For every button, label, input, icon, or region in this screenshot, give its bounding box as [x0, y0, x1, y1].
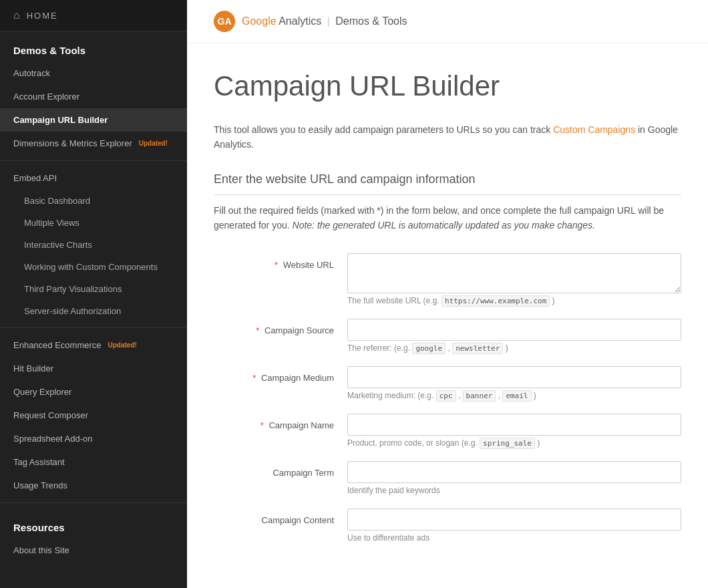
- sidebar-item-basic-dashboard[interactable]: Basic Dashboard: [0, 190, 187, 212]
- hint-code-newsletter: newsletter: [452, 343, 503, 354]
- fill-instructions: Fill out the required fields (marked wit…: [214, 203, 681, 233]
- required-star-website-url: *: [275, 260, 278, 270]
- custom-campaigns-link[interactable]: Custom Campaigns: [553, 124, 635, 135]
- ga-logo-icon: GA: [214, 11, 235, 32]
- field-group-campaign-content: Use to differentiate ads: [347, 508, 681, 543]
- form-row-campaign-medium: * Campaign Medium Marketing medium: (e.g…: [214, 366, 681, 400]
- sidebar-divider-1: [0, 160, 187, 161]
- sidebar-item-enhanced-ecommerce[interactable]: Enhanced Ecommerce Updated!: [0, 333, 187, 357]
- required-star-campaign-medium: *: [252, 373, 256, 383]
- sidebar-item-custom-components[interactable]: Working with Custom Components: [0, 256, 187, 278]
- hint-campaign-term: Identify the paid keywords: [347, 486, 681, 495]
- field-group-website-url: The full website URL (e.g. https://www.e…: [347, 253, 681, 305]
- form-row-website-url: * Website URL The full website URL (e.g.…: [214, 253, 681, 305]
- hint-code-spring-sale: spring_sale: [480, 438, 535, 449]
- hint-campaign-name: Product, promo code, or slogan (e.g. spr…: [347, 438, 681, 448]
- required-star-campaign-name: *: [260, 420, 264, 430]
- hint-code-google: google: [412, 343, 446, 354]
- form-row-campaign-content: Campaign Content Use to differentiate ad…: [214, 508, 681, 543]
- home-icon: ⌂: [13, 9, 20, 21]
- website-url-input[interactable]: [347, 253, 681, 293]
- sidebar-resources-title: Resources: [0, 508, 187, 539]
- header-brand: Google Analytics | Demos & Tools: [242, 15, 407, 27]
- intro-prefix: This tool allows you to easily add campa…: [214, 124, 553, 135]
- label-campaign-medium: * Campaign Medium: [214, 366, 334, 383]
- campaign-term-input[interactable]: [347, 461, 681, 483]
- label-website-url: * Website URL: [214, 253, 334, 270]
- sidebar-divider-3: [0, 502, 187, 503]
- campaign-name-input[interactable]: [347, 414, 681, 436]
- sidebar-item-query-explorer[interactable]: Query Explorer: [0, 380, 187, 404]
- sidebar-item-autotrack[interactable]: Autotrack: [0, 61, 187, 85]
- sidebar-item-dimensions-metrics[interactable]: Dimensions & Metrics Explorer Updated!: [0, 132, 187, 155]
- label-campaign-content: Campaign Content: [214, 508, 334, 525]
- sidebar-item-campaign-url-builder[interactable]: Campaign URL Builder: [0, 108, 187, 132]
- sidebar-item-spreadsheet[interactable]: Spreadsheet Add-on: [0, 427, 187, 450]
- main-content: GA Google Analytics | Demos & Tools Camp…: [187, 0, 708, 588]
- form-row-campaign-name: * Campaign Name Product, promo code, or …: [214, 414, 681, 448]
- hint-code-email: email: [502, 390, 531, 402]
- sidebar-header[interactable]: ⌂ HOME: [0, 0, 187, 31]
- sidebar-item-about[interactable]: About this Site: [0, 539, 187, 562]
- dimensions-metrics-updated-badge: Updated!: [139, 140, 168, 147]
- form-row-campaign-source: * Campaign Source The referrer: (e.g. go…: [214, 319, 681, 353]
- sidebar-item-tag-assistant[interactable]: Tag Assistant: [0, 450, 187, 474]
- content-area: Campaign URL Builder This tool allows yo…: [187, 43, 708, 588]
- sidebar-item-usage-trends[interactable]: Usage Trends: [0, 474, 187, 497]
- hint-code-cpc: cpc: [436, 390, 456, 402]
- hint-campaign-medium: Marketing medium: (e.g. cpc , banner , e…: [347, 391, 681, 400]
- hint-code-banner: banner: [463, 390, 496, 402]
- fill-instructions-note: Note: the generated URL is automatically…: [293, 220, 595, 231]
- hint-campaign-content: Use to differentiate ads: [347, 533, 681, 543]
- field-group-campaign-medium: Marketing medium: (e.g. cpc , banner , e…: [347, 366, 681, 400]
- sidebar-divider-2: [0, 327, 187, 328]
- hint-code-website-url: https://www.example.com: [441, 295, 550, 307]
- section-heading: Enter the website URL and campaign infor…: [214, 172, 681, 195]
- sidebar-item-request-composer[interactable]: Request Composer: [0, 404, 187, 427]
- label-campaign-name: * Campaign Name: [214, 414, 334, 430]
- intro-text: This tool allows you to easily add campa…: [214, 122, 681, 152]
- label-campaign-source: * Campaign Source: [214, 319, 334, 335]
- svg-text:GA: GA: [218, 16, 232, 27]
- sidebar-item-account-explorer[interactable]: Account Explorer: [0, 85, 187, 108]
- sidebar-item-third-party[interactable]: Third Party Visualizations: [0, 278, 187, 300]
- field-group-campaign-source: The referrer: (e.g. google , newsletter …: [347, 319, 681, 353]
- hint-website-url: The full website URL (e.g. https://www.e…: [347, 296, 681, 305]
- sidebar-item-multiple-views[interactable]: Multiple Views: [0, 212, 187, 234]
- campaign-medium-input[interactable]: [347, 366, 681, 388]
- label-campaign-term: Campaign Term: [214, 461, 334, 478]
- hint-campaign-source: The referrer: (e.g. google , newsletter …: [347, 343, 681, 353]
- field-group-campaign-term: Identify the paid keywords: [347, 461, 681, 495]
- form-row-campaign-term: Campaign Term Identify the paid keywords: [214, 461, 681, 495]
- sidebar-item-hit-builder[interactable]: Hit Builder: [0, 357, 187, 380]
- page-title: Campaign URL Builder: [214, 70, 681, 102]
- campaign-source-input[interactable]: [347, 319, 681, 341]
- required-star-campaign-source: *: [256, 325, 259, 335]
- sidebar-item-server-auth[interactable]: Server-side Authorization: [0, 300, 187, 322]
- header: GA Google Analytics | Demos & Tools: [187, 0, 708, 43]
- sidebar-main-section-title: Demos & Tools: [0, 31, 187, 61]
- campaign-content-input[interactable]: [347, 508, 681, 531]
- enhanced-ecommerce-updated-badge: Updated!: [108, 341, 137, 349]
- sidebar-item-embed-api[interactable]: Embed API: [0, 166, 187, 190]
- home-label: HOME: [27, 11, 58, 21]
- sidebar-item-interactive-charts[interactable]: Interactive Charts: [0, 234, 187, 256]
- field-group-campaign-name: Product, promo code, or slogan (e.g. spr…: [347, 414, 681, 448]
- sidebar: ⌂ HOME Demos & Tools Autotrack Account E…: [0, 0, 187, 588]
